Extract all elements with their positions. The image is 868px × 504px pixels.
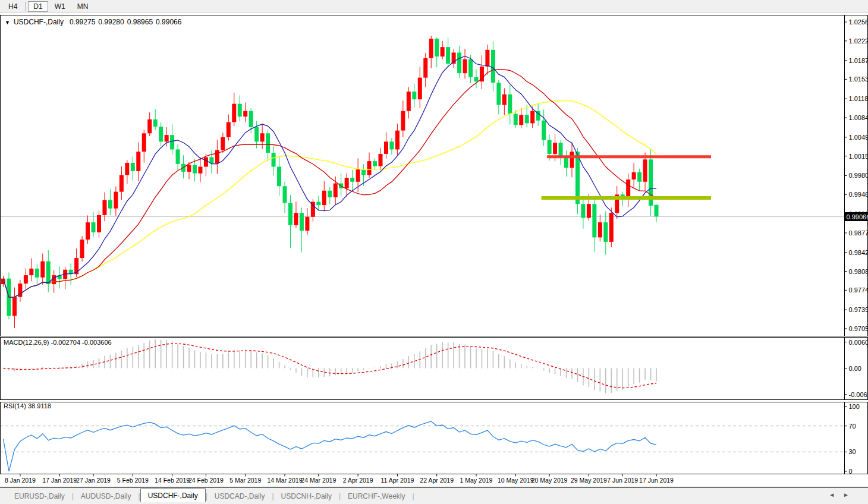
candle-body	[277, 166, 281, 186]
candle-body	[232, 104, 236, 122]
tab-audusd-daily[interactable]: AUDUSD-,Daily	[74, 490, 139, 502]
date-tick-label: 29 May 2019	[571, 477, 607, 484]
collapse-icon[interactable]: ▼	[5, 20, 10, 26]
axes-layer: 1.025601.022201.018701.015301.011801.008…	[0, 15, 868, 487]
candle-body	[334, 184, 338, 197]
candle-body	[227, 122, 231, 137]
chart-window: 1.025601.022201.018701.015301.011801.008…	[0, 14, 868, 487]
chart-title: ▼USDCHF-,Daily0.992750.992800.989650.990…	[5, 18, 184, 26]
rsi-indicator-label: RSI(14) 38.9118	[4, 402, 51, 410]
candle-body	[294, 213, 298, 225]
candle-body	[389, 141, 394, 149]
candle-body	[92, 222, 96, 232]
price-tick-label: 1.00840	[849, 114, 868, 121]
candle-body	[553, 143, 557, 154]
candle-body	[187, 165, 191, 172]
candle-body	[395, 131, 400, 150]
macd-indicator-label: MACD(12,26,9) -0.002704 -0.003606	[4, 339, 112, 346]
quote-high: 0.99280	[98, 18, 124, 26]
candle-body	[215, 150, 219, 163]
candle-body	[131, 163, 135, 171]
candle-body	[373, 161, 377, 166]
quote-open: 0.99275	[70, 18, 95, 26]
candle-body	[119, 175, 124, 192]
candle-body	[125, 163, 129, 175]
date-tick-label: 24 Feb 2019	[188, 477, 224, 484]
timeframe-button-mn[interactable]: MN	[72, 1, 94, 12]
candle-body	[52, 275, 56, 284]
candle-body	[564, 157, 568, 168]
chart-canvas[interactable]: 1.025601.022201.018701.015301.011801.008…	[0, 14, 868, 487]
candle-body	[655, 205, 659, 217]
candle-body	[345, 178, 349, 188]
candle-body	[147, 119, 152, 133]
candle-body	[401, 111, 405, 131]
tab-eurusd-daily[interactable]: EURUSD-,Daily	[7, 490, 72, 502]
candle-body	[74, 258, 78, 274]
candle-body	[581, 204, 585, 218]
price-tick-label: 0.97740	[849, 286, 868, 294]
candle-body	[632, 172, 636, 179]
candle-body	[260, 133, 265, 141]
date-tick-label: 8 Jan 2019	[5, 477, 36, 484]
candle-body	[159, 127, 163, 141]
price-tick-label: 1.02560	[849, 18, 868, 26]
macd-name: MACD(12,26,9)	[4, 339, 49, 346]
candle-body	[238, 104, 242, 117]
candle-body	[86, 222, 90, 240]
timeframe-button-d1[interactable]: D1	[28, 1, 48, 12]
tab-scroll-arrows: ◄►	[829, 492, 857, 498]
current-price-tag-label: 0.99066	[847, 213, 868, 220]
candle-body	[40, 262, 45, 278]
rsi-tick-label: 70	[849, 423, 856, 430]
timeframe-button-h4[interactable]: H4	[3, 1, 23, 12]
chart-symbol-label: USDCHF-,Daily	[14, 18, 64, 26]
candle-body	[328, 191, 332, 197]
tab-usdchf-daily[interactable]: USDCHF-,Daily	[140, 489, 206, 502]
moving-average-layer	[4, 56, 657, 298]
mt4-window: H4D1W1MN 1.025601.022201.018701.015301.0…	[0, 0, 868, 504]
candle-body	[378, 154, 382, 166]
price-tick-label: 1.01530	[849, 75, 868, 83]
candle-body	[316, 201, 320, 205]
candle-body	[637, 172, 641, 182]
candle-body	[153, 119, 158, 127]
date-tick-label: 20 May 2019	[532, 477, 568, 484]
timeframe-toolbar: H4D1W1MN	[0, 0, 868, 13]
candle-body	[548, 140, 552, 154]
candle-body	[35, 269, 39, 278]
price-tick-label: 1.01180	[849, 95, 868, 102]
tab-eurchf-weekly[interactable]: EURCHF-,Weekly	[341, 490, 412, 502]
candle-body	[24, 275, 28, 284]
candle-body	[603, 222, 608, 242]
candle-body	[407, 92, 411, 111]
date-tick-label: 17 Jun 2019	[639, 477, 674, 484]
candle-body	[429, 39, 433, 58]
price-tick-label: 0.98420	[849, 249, 868, 256]
rsi-tick-label: 30	[849, 448, 856, 455]
candle-body	[198, 166, 202, 173]
candle-body	[530, 111, 534, 124]
candle-body	[288, 203, 293, 225]
macd-signal-line	[4, 344, 657, 388]
tab-usdcad-daily[interactable]: USDCAD-,Daily	[207, 490, 272, 502]
candle-body	[322, 191, 326, 205]
rsi-tick-label: 0	[849, 468, 853, 475]
rsi-value: 38.9118	[28, 402, 51, 410]
tab-scroll-left-icon[interactable]: ◄	[829, 492, 843, 498]
candles-layer	[1, 36, 659, 328]
tab-scroll-right-icon[interactable]: ►	[843, 492, 857, 498]
candle-body	[165, 135, 169, 141]
timeframe-button-w1[interactable]: W1	[49, 1, 71, 12]
tab-usdcnh-daily[interactable]: USDCNH-,Daily	[274, 490, 339, 502]
candle-body	[485, 50, 489, 67]
candle-body	[97, 215, 101, 232]
candle-body	[435, 39, 439, 56]
candle-body	[474, 77, 478, 81]
macd-values: -0.002704 -0.003606	[51, 339, 111, 346]
candle-body	[80, 240, 84, 258]
candle-body	[508, 94, 512, 114]
panel-border	[1, 402, 868, 474]
candle-body	[170, 135, 174, 149]
price-tick-label: 1.00150	[849, 153, 868, 160]
